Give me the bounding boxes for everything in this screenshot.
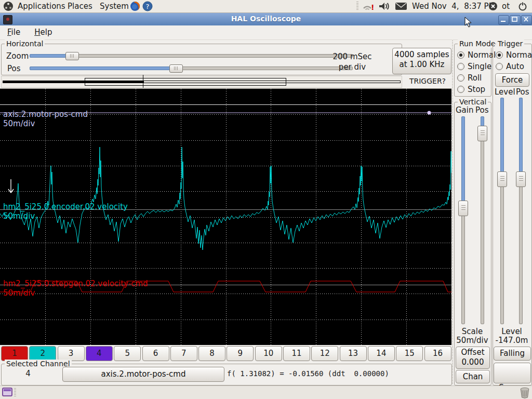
zoom-slider-handle[interactable] [65, 52, 79, 60]
record-view [1, 76, 402, 88]
channel-button-12[interactable]: 12 [311, 346, 338, 361]
applications-menu[interactable]: Applications [16, 1, 68, 11]
channel-button-2[interactable]: 2 [29, 346, 56, 361]
trigger-mode-auto[interactable]: Auto [496, 62, 532, 71]
trigger-mode-normal[interactable]: Normal [496, 50, 532, 60]
scope-arrow-cursor [8, 179, 14, 193]
distributor-logo-icon[interactable] [3, 1, 14, 11]
channel-button-13[interactable]: 13 [340, 346, 367, 361]
trigger-pos-slider-handle[interactable] [516, 171, 526, 187]
menu-help[interactable]: Help [33, 28, 53, 37]
channel-button-3[interactable]: 3 [58, 346, 85, 361]
run-mode-stop[interactable]: Stop [457, 85, 496, 94]
trigger-source-button[interactable]: Source Chan 4 [494, 363, 531, 383]
user-switcher-icon[interactable] [488, 2, 498, 11]
force-button[interactable]: Force [495, 73, 529, 87]
channel-button-8[interactable]: 8 [198, 346, 225, 361]
gain-slider-handle[interactable] [458, 201, 468, 216]
channel-button-4[interactable]: 4 [86, 346, 113, 361]
run-mode-single[interactable]: Single [457, 62, 496, 71]
radio-label: Roll [468, 73, 482, 83]
channel-button-9[interactable]: 9 [227, 346, 254, 361]
vertical-pos-slider-track[interactable] [481, 116, 484, 324]
radio-icon[interactable] [496, 63, 503, 70]
network-signal-icon[interactable]: ! [362, 2, 374, 11]
volume-icon[interactable] [378, 1, 391, 11]
power-icon[interactable] [518, 2, 527, 11]
channel-scale: 50m/div [3, 288, 148, 298]
channel-button-16[interactable]: 16 [424, 346, 451, 361]
radio-icon[interactable] [496, 51, 503, 59]
channel-button-1[interactable]: 1 [1, 346, 28, 361]
zoom-slider-fill [30, 54, 68, 58]
pos-slider-fill [30, 66, 172, 70]
panel-drag-handle[interactable] [356, 2, 358, 11]
trigger-point-marker [428, 111, 431, 115]
close-button[interactable] [521, 15, 532, 25]
ch2-trace [0, 147, 451, 250]
trigger-level-slider-fill [500, 98, 504, 174]
pane-separator[interactable] [452, 41, 453, 384]
mouse-cursor [464, 17, 473, 28]
scale-readout: Scale 50m/div [454, 327, 490, 345]
channel-scale: 50m/div [3, 119, 88, 128]
channel-button-11[interactable]: 11 [283, 346, 310, 361]
record-trigger-line [143, 75, 143, 88]
channel-button-6[interactable]: 6 [142, 346, 169, 361]
window-title: HAL Oscilloscope [0, 15, 532, 23]
menu-file[interactable]: File [6, 28, 21, 37]
channel-button-5[interactable]: 5 [114, 346, 141, 361]
mail-icon[interactable] [395, 2, 407, 10]
horizontal-group-label: Horizontal [5, 39, 45, 48]
trigger-level-slider-label: Level [495, 87, 515, 97]
channel-button-15[interactable]: 15 [396, 346, 423, 361]
trash-icon[interactable] [519, 387, 530, 399]
scope-display[interactable]: axis.2.motor-pos-cmd50m/divhm2_5i25.0.en… [0, 88, 451, 345]
taskbar-drag-handle[interactable] [14, 388, 16, 397]
trigger-pos-slider-fill [519, 98, 523, 174]
user-name-label[interactable]: ot [500, 1, 512, 11]
selected-channel-name-button[interactable]: axis.2.motor-pos-cmd [62, 367, 224, 382]
function-readout: f( 1.31082) = -0.01560 (ddt 0.00000) [227, 369, 389, 378]
trigger-level-slider-handle[interactable] [497, 171, 507, 187]
channel-button-14[interactable]: 14 [368, 346, 395, 361]
show-desktop-icon[interactable] [2, 388, 12, 397]
trigger-edge-button[interactable]: Falling [494, 347, 531, 361]
run-mode-normal[interactable]: Normal [457, 50, 496, 60]
trigger-pos-slider-label: Pos [516, 87, 529, 97]
pos-slider-handle[interactable] [169, 64, 183, 73]
places-menu[interactable]: Places [65, 1, 95, 11]
run-mode-radios: NormalSingleRollStop [457, 50, 496, 96]
sample-rate-label: 200 mSec per div [323, 51, 381, 72]
radio-label: Normal [468, 50, 496, 60]
system-menu[interactable]: System [98, 1, 131, 11]
run-mode-group: Run Mode NormalSingleRollStop [454, 44, 491, 97]
help-icon[interactable]: ? [142, 1, 153, 11]
radio-label: Normal [506, 50, 532, 60]
taskbar: X axis-lathe.ngc HAL Oscilloscope [0, 385, 532, 399]
clock[interactable]: Wed Nov 4, 8:37 PM [412, 2, 496, 11]
firefox-icon[interactable] [130, 1, 140, 11]
radio-icon[interactable] [457, 86, 464, 93]
run-mode-group-label: Run Mode [458, 39, 497, 48]
ch4-label: axis.2.motor-pos-cmd50m/div [3, 110, 88, 128]
ch2-label: hm2_5i25.0.encoder.02.velocity50m/div [3, 202, 128, 221]
desktop-panel: Applications Places System ? ! Wed Nov 4… [0, 0, 532, 13]
run-mode-roll[interactable]: Roll [457, 73, 496, 83]
offset-button[interactable]: Offset 0.000 [456, 347, 490, 369]
menubar: File Help [0, 25, 532, 40]
vertical-pos-slider-handle[interactable] [477, 126, 487, 141]
samples-button[interactable]: 4000 samples at 1.00 KHz [392, 48, 451, 74]
titlebar[interactable]: HAL Oscilloscope [0, 13, 532, 25]
vertical-group-label: Vertical [458, 98, 488, 106]
trigger-radios: NormalAuto [496, 50, 532, 73]
radio-icon[interactable] [457, 63, 464, 70]
radio-icon[interactable] [457, 51, 464, 59]
channel-button-10[interactable]: 10 [255, 346, 282, 361]
channel-button-7[interactable]: 7 [170, 346, 197, 361]
radio-icon[interactable] [457, 74, 464, 82]
maximize-button[interactable] [510, 15, 521, 25]
channel-name: hm2_5i25.0.stepgen.02.velocity-cmd [3, 279, 148, 288]
chan-off-button[interactable]: Chan Off [456, 370, 490, 383]
minimize-button[interactable] [498, 15, 509, 25]
